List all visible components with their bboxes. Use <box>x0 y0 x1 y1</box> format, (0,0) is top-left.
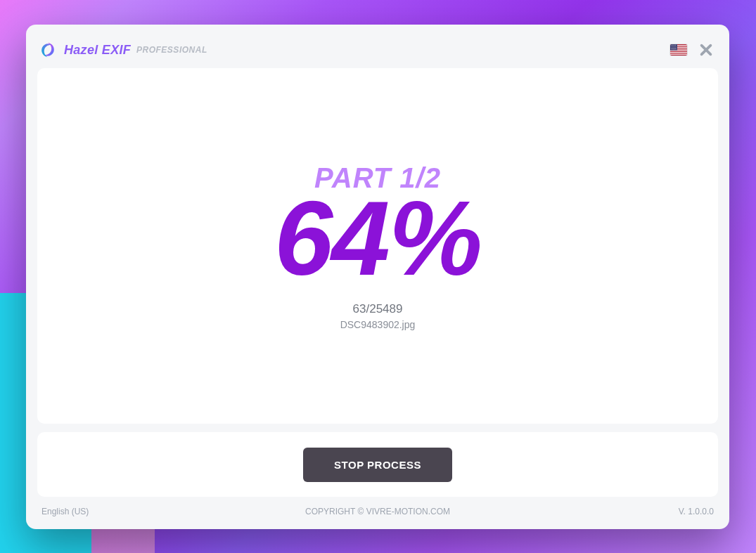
language-flag-button[interactable] <box>670 44 687 56</box>
svg-point-27 <box>675 48 676 49</box>
svg-point-25 <box>672 48 673 49</box>
svg-point-8 <box>671 45 672 46</box>
us-flag-icon <box>670 44 687 56</box>
footer-version: V. 1.0.0.0 <box>679 507 714 516</box>
svg-point-26 <box>674 48 674 49</box>
footer-language[interactable]: English (US) <box>41 507 89 516</box>
svg-point-31 <box>676 49 677 50</box>
svg-point-14 <box>674 46 675 46</box>
svg-point-15 <box>676 46 677 46</box>
action-panel: STOP PROCESS <box>37 432 718 497</box>
footer: English (US) COPYRIGHT © VIVRE-MOTION.CO… <box>37 497 718 518</box>
svg-point-18 <box>674 46 674 47</box>
svg-point-22 <box>674 48 675 48</box>
stop-process-button[interactable]: STOP PROCESS <box>303 448 452 482</box>
svg-point-12 <box>672 46 672 46</box>
svg-point-11 <box>675 45 676 46</box>
app-title: Hazel EXIF <box>64 43 131 58</box>
svg-point-19 <box>675 46 676 47</box>
current-filename: DSC9483902.jpg <box>340 319 416 330</box>
svg-point-13 <box>673 46 674 46</box>
svg-point-28 <box>672 49 672 50</box>
svg-rect-5 <box>670 52 687 53</box>
svg-point-30 <box>674 49 675 50</box>
svg-point-16 <box>671 46 672 47</box>
svg-point-29 <box>673 49 674 50</box>
close-button[interactable] <box>697 41 715 59</box>
svg-point-23 <box>676 48 677 48</box>
svg-rect-4 <box>670 51 687 51</box>
svg-point-24 <box>671 48 672 49</box>
svg-point-9 <box>672 45 673 46</box>
app-edition: PROFESSIONAL <box>136 45 207 55</box>
svg-rect-6 <box>670 54 687 55</box>
progress-counter: 63/25489 <box>353 302 403 316</box>
svg-point-20 <box>672 48 672 48</box>
progress-percent: 64% <box>274 190 481 287</box>
footer-copyright: COPYRIGHT © VIVRE-MOTION.COM <box>305 507 450 516</box>
titlebar: Hazel EXIF PROFESSIONAL <box>37 36 718 64</box>
svg-point-21 <box>673 48 674 48</box>
svg-point-10 <box>674 45 674 46</box>
svg-point-17 <box>672 46 673 47</box>
app-window: Hazel EXIF PROFESSIONAL <box>26 25 729 529</box>
close-icon <box>698 42 714 58</box>
app-logo-icon <box>39 41 57 59</box>
progress-panel: PART 1/2 64% 63/25489 DSC9483902.jpg <box>37 68 718 424</box>
